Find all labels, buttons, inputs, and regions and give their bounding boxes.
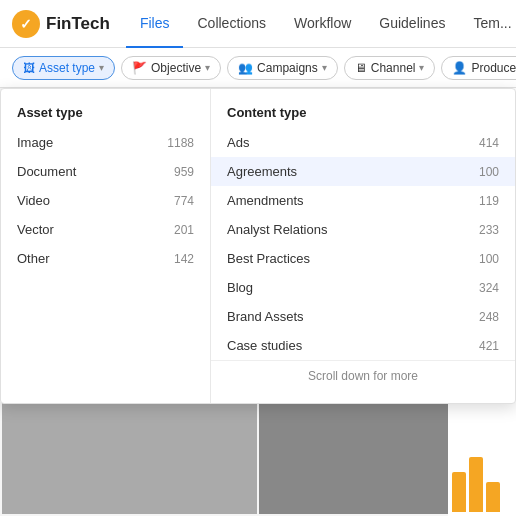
asset-type-vector[interactable]: Vector 201	[1, 215, 210, 244]
asset-type-header: Asset type	[1, 101, 210, 128]
asset-type-video-label: Video	[17, 193, 50, 208]
asset-type-document-count: 959	[174, 165, 194, 179]
logo-text: FinTech	[46, 14, 110, 34]
asset-type-other[interactable]: Other 142	[1, 244, 210, 273]
content-analyst-relations-count: 233	[479, 223, 499, 237]
top-bar: ✓ FinTech Files Collections Workflow Gui…	[0, 0, 516, 48]
tab-workflow[interactable]: Workflow	[280, 0, 365, 48]
content-best-practices-label: Best Practices	[227, 251, 310, 266]
flag-icon: 🚩	[132, 61, 147, 75]
chevron-down-icon-3: ▾	[322, 62, 327, 73]
content-case-studies-count: 421	[479, 339, 499, 353]
chevron-down-icon: ▾	[99, 62, 104, 73]
content-case-studies-label: Case studies	[227, 338, 302, 353]
asset-type-panel: Asset type Image 1188 Document 959 Video…	[1, 89, 211, 403]
content-ads[interactable]: Ads 414	[211, 128, 515, 157]
content-blog-count: 324	[479, 281, 499, 295]
content-amendments-label: Amendments	[227, 193, 304, 208]
asset-type-video[interactable]: Video 774	[1, 186, 210, 215]
tab-guidelines[interactable]: Guidelines	[365, 0, 459, 48]
filter-campaigns-label: Campaigns	[257, 61, 318, 75]
content-best-practices-count: 100	[479, 252, 499, 266]
logo[interactable]: ✓ FinTech	[12, 10, 110, 38]
filter-asset-type[interactable]: 🖼 Asset type ▾	[12, 56, 115, 80]
tab-collections[interactable]: Collections	[183, 0, 279, 48]
filter-channel[interactable]: 🖥 Channel ▾	[344, 56, 436, 80]
content-brand-assets-label: Brand Assets	[227, 309, 304, 324]
asset-type-image[interactable]: Image 1188	[1, 128, 210, 157]
filter-produced-by[interactable]: 👤 Produced b	[441, 56, 516, 80]
asset-type-document-label: Document	[17, 164, 76, 179]
chevron-down-icon-2: ▾	[205, 62, 210, 73]
asset-type-image-label: Image	[17, 135, 53, 150]
filter-objective[interactable]: 🚩 Objective ▾	[121, 56, 221, 80]
asset-type-vector-label: Vector	[17, 222, 54, 237]
content-blog-label: Blog	[227, 280, 253, 295]
content-amendments-count: 119	[479, 194, 499, 208]
asset-type-image-count: 1188	[167, 136, 194, 150]
content-ads-count: 414	[479, 136, 499, 150]
logo-icon: ✓	[12, 10, 40, 38]
monitor-icon: 🖥	[355, 61, 367, 75]
filter-channel-label: Channel	[371, 61, 416, 75]
asset-type-vector-count: 201	[174, 223, 194, 237]
content-brand-assets-count: 248	[479, 310, 499, 324]
asset-type-other-label: Other	[17, 251, 50, 266]
content-brand-assets[interactable]: Brand Assets 248	[211, 302, 515, 331]
content-type-panel: Content type Ads 414 Agreements 100 Amen…	[211, 89, 515, 403]
filter-objective-label: Objective	[151, 61, 201, 75]
asset-type-video-count: 774	[174, 194, 194, 208]
person-icon: 👤	[452, 61, 467, 75]
chevron-down-icon-4: ▾	[419, 62, 424, 73]
asset-type-other-count: 142	[174, 252, 194, 266]
bar-1	[452, 472, 466, 512]
content-blog[interactable]: Blog 324	[211, 273, 515, 302]
content-case-studies[interactable]: Case studies 421	[211, 331, 515, 360]
filter-bar: 🖼 Asset type ▾ 🚩 Objective ▾ 👥 Campaigns…	[0, 48, 516, 88]
content-ads-label: Ads	[227, 135, 249, 150]
asset-type-dropdown: Asset type Image 1188 Document 959 Video…	[0, 88, 516, 404]
content-agreements-count: 100	[479, 165, 499, 179]
image-icon: 🖼	[23, 61, 35, 75]
content-analyst-relations[interactable]: Analyst Relations 233	[211, 215, 515, 244]
people-icon: 👥	[238, 61, 253, 75]
tab-templates[interactable]: Tem...	[459, 0, 516, 48]
filter-asset-type-label: Asset type	[39, 61, 95, 75]
asset-type-document[interactable]: Document 959	[1, 157, 210, 186]
filter-produced-label: Produced b	[471, 61, 516, 75]
content-agreements[interactable]: Agreements 100	[211, 157, 515, 186]
content-agreements-label: Agreements	[227, 164, 297, 179]
scroll-hint[interactable]: Scroll down for more	[211, 360, 515, 391]
content-analyst-relations-label: Analyst Relations	[227, 222, 327, 237]
content-best-practices[interactable]: Best Practices 100	[211, 244, 515, 273]
bar-2	[469, 457, 483, 512]
content-type-header: Content type	[211, 101, 515, 128]
bar-3	[486, 482, 500, 512]
content-amendments[interactable]: Amendments 119	[211, 186, 515, 215]
nav-tabs: Files Collections Workflow Guidelines Te…	[126, 0, 516, 48]
filter-campaigns[interactable]: 👥 Campaigns ▾	[227, 56, 338, 80]
tab-files[interactable]: Files	[126, 0, 184, 48]
